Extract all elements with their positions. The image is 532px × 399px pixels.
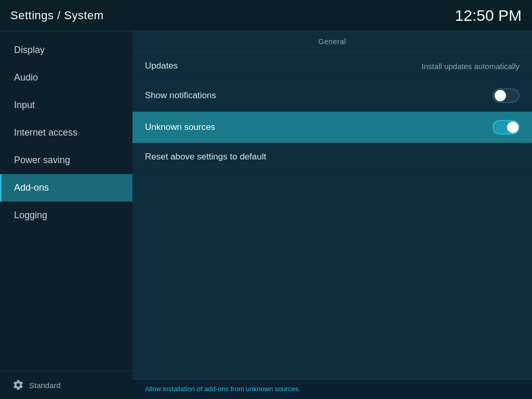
sidebar-item-input[interactable]: Input bbox=[0, 91, 132, 119]
row-show-notifications[interactable]: Show notifications bbox=[132, 80, 532, 112]
sidebar-item-logging[interactable]: Logging bbox=[0, 202, 132, 229]
row-updates-label: Updates bbox=[145, 61, 178, 71]
header: Settings / System 12:50 PM bbox=[0, 0, 532, 31]
toggle-unknown-sources[interactable] bbox=[493, 120, 520, 135]
sidebar-item-add-ons[interactable]: Add-ons bbox=[0, 174, 132, 202]
status-bar: Allow installation of add-ons from unkno… bbox=[132, 379, 532, 399]
main-layout: Display Audio Input Internet access Powe… bbox=[0, 31, 532, 399]
row-unknown-sources[interactable]: Unknown sources bbox=[132, 112, 532, 143]
row-show-notifications-label: Show notifications bbox=[145, 90, 216, 101]
profile-label: Standard bbox=[29, 381, 61, 390]
sidebar-spacer bbox=[0, 229, 132, 370]
page-title: Settings / System bbox=[10, 9, 104, 22]
toggle-show-notifications[interactable] bbox=[493, 88, 520, 103]
toggle-knob-on bbox=[507, 122, 518, 133]
status-text: Allow installation of add-ons from unkno… bbox=[145, 385, 300, 393]
row-updates-value: Install updates automatically bbox=[422, 62, 520, 71]
row-reset-settings[interactable]: Reset above settings to default bbox=[132, 143, 532, 171]
clock: 12:50 PM bbox=[455, 7, 522, 24]
settings-panel: General Updates Install updates automati… bbox=[132, 31, 532, 379]
sidebar-item-display[interactable]: Display bbox=[0, 36, 132, 64]
sidebar: Display Audio Input Internet access Powe… bbox=[0, 31, 132, 399]
sidebar-item-power-saving[interactable]: Power saving bbox=[0, 147, 132, 174]
gear-icon bbox=[12, 379, 24, 391]
row-updates[interactable]: Updates Install updates automatically bbox=[132, 52, 532, 80]
toggle-knob bbox=[495, 90, 506, 101]
content-area: General Updates Install updates automati… bbox=[132, 31, 532, 399]
sidebar-footer: Standard bbox=[0, 370, 132, 399]
row-unknown-sources-label: Unknown sources bbox=[145, 122, 215, 132]
section-header: General bbox=[132, 31, 532, 52]
sidebar-item-internet-access[interactable]: Internet access bbox=[0, 119, 132, 147]
row-reset-label: Reset above settings to default bbox=[145, 152, 266, 162]
sidebar-item-audio[interactable]: Audio bbox=[0, 64, 132, 91]
